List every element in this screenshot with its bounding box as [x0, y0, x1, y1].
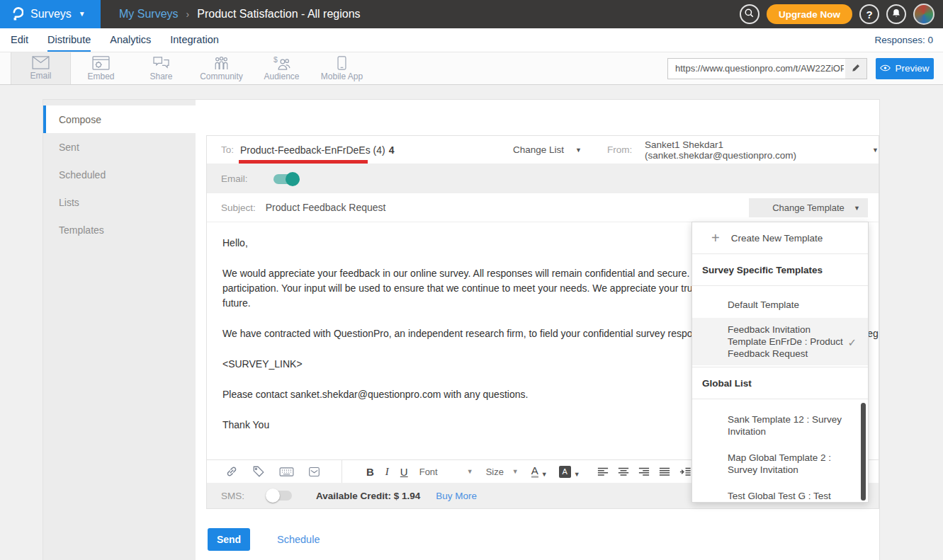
tab-audience[interactable]: $ Audience: [252, 52, 312, 84]
sidebar-item-compose[interactable]: Compose: [43, 105, 196, 133]
tab-mobile-app[interactable]: Mobile App: [312, 52, 372, 84]
subject-value[interactable]: Product Feedback Request: [266, 202, 386, 213]
highlight-color-button[interactable]: A ▼: [559, 466, 580, 478]
eye-icon: [880, 63, 891, 74]
schedule-link[interactable]: Schedule: [277, 534, 320, 545]
questionpro-logo-icon: [11, 4, 23, 24]
underline-button[interactable]: U: [400, 466, 408, 478]
svg-text:$: $: [273, 56, 278, 64]
sms-toggle[interactable]: [268, 491, 292, 501]
toggle-knob: [286, 172, 300, 186]
template-item-feedback-invitation[interactable]: Feedback Invitation Template EnFrDe : Pr…: [692, 318, 868, 365]
send-button[interactable]: Send: [208, 528, 250, 551]
subject-row: Subject: Product Feedback Request Change…: [207, 193, 879, 222]
top-header: Surveys ▼ My Surveys › Product Satisfact…: [0, 0, 943, 28]
create-new-template-item[interactable]: + Create New Template: [692, 222, 868, 254]
chevron-down-icon: ▼: [467, 468, 473, 475]
chevron-down-icon: ▼: [512, 468, 519, 475]
embed-icon: [92, 56, 110, 70]
check-icon: ✓: [847, 336, 857, 348]
sidebar-item-scheduled[interactable]: Scheduled: [43, 161, 196, 188]
link-icon[interactable]: [225, 465, 238, 478]
keyboard-icon[interactable]: [279, 467, 294, 477]
product-label: Surveys: [30, 8, 72, 21]
survey-url-input[interactable]: [668, 63, 845, 74]
buy-more-link[interactable]: Buy More: [436, 491, 477, 501]
plus-icon: +: [711, 231, 720, 245]
template-item-test-global[interactable]: Test Global Test G : Test RAA G: [692, 484, 868, 503]
change-template-dropdown: + Create New Template Survey Specific Te…: [691, 222, 869, 503]
email-icon: [32, 56, 50, 69]
surveys-product-menu[interactable]: Surveys ▼: [0, 0, 101, 28]
change-template-button[interactable]: Change Template ▼: [749, 198, 868, 217]
tab-embed[interactable]: Embed: [71, 52, 131, 84]
user-avatar[interactable]: [913, 4, 934, 25]
template-item-map-global-2[interactable]: Map Global Template 2 : Survey Invitatio…: [692, 446, 868, 481]
sms-toggle-label: SMS:: [221, 491, 244, 501]
preview-button[interactable]: Preview: [876, 58, 934, 79]
bold-button[interactable]: B: [366, 466, 374, 478]
justify-button[interactable]: [659, 467, 670, 476]
tab-analytics[interactable]: Analytics: [110, 28, 151, 52]
tab-email[interactable]: Email: [11, 52, 71, 84]
header-actions: Upgrade Now ?: [740, 4, 943, 25]
chevron-down-icon: ▼: [854, 205, 860, 212]
tab-distribute[interactable]: Distribute: [47, 28, 91, 52]
chevron-down-icon: ▼: [575, 147, 582, 154]
tag-icon[interactable]: [252, 465, 265, 478]
from-sender-dropdown[interactable]: Sanket1 Shekdar1 (sanket.shekdar@questio…: [645, 139, 879, 161]
tab-community[interactable]: Community: [191, 52, 252, 84]
inline-mail-icon[interactable]: [308, 466, 320, 478]
email-toggle[interactable]: [273, 174, 298, 184]
template-item-sank-12[interactable]: Sank Template 12 : Survey Invitation: [692, 408, 868, 443]
sidebar-item-templates[interactable]: Templates: [43, 216, 196, 244]
align-left-button[interactable]: [597, 467, 609, 476]
text-color-button[interactable]: A ▼: [531, 465, 548, 479]
responses-count: Responses: 0: [874, 35, 933, 45]
email-toggle-row: Email:: [207, 164, 879, 193]
breadcrumb: My Surveys › Product Satisfaction - All …: [119, 8, 361, 21]
question-mark-icon: ?: [866, 8, 872, 21]
survey-nav: Edit Distribute Analytics Integration Re…: [0, 28, 943, 52]
search-button[interactable]: [740, 4, 760, 24]
tab-share[interactable]: Share: [131, 52, 191, 84]
italic-button[interactable]: I: [385, 466, 389, 478]
edit-url-button[interactable]: [845, 59, 866, 79]
align-center-button[interactable]: [618, 467, 629, 476]
send-actions: Send Schedule: [208, 528, 320, 551]
app-root: Surveys ▼ My Surveys › Product Satisfact…: [0, 0, 943, 560]
sidebar-item-sent[interactable]: Sent: [43, 133, 196, 161]
to-list-value[interactable]: Product-Feedback-EnFrDeEs (4): [240, 144, 385, 156]
font-select[interactable]: Font ▼: [419, 467, 473, 477]
change-list-dropdown[interactable]: Change List ▼: [513, 144, 582, 155]
toolbar-divider: [341, 460, 342, 484]
breadcrumb-my-surveys[interactable]: My Surveys: [119, 8, 179, 21]
breadcrumb-separator: ›: [186, 8, 190, 20]
sidebar-item-lists[interactable]: Lists: [43, 188, 196, 216]
global-list-section: Global List Sank Template 12 : Survey In…: [692, 367, 868, 503]
bell-icon: [891, 8, 901, 21]
to-row: To: Product-Feedback-EnFrDeEs (4) 4 Chan…: [207, 136, 879, 164]
tab-integration[interactable]: Integration: [170, 28, 219, 52]
align-right-button[interactable]: [638, 467, 650, 476]
to-recipient-count: 4: [389, 144, 395, 156]
from-label: From:: [607, 144, 632, 155]
notifications-button[interactable]: [886, 4, 906, 24]
community-icon: [213, 56, 230, 70]
survey-specific-template-list: Default Template Feedback Invitation Tem…: [692, 286, 868, 365]
indent-button[interactable]: [679, 467, 691, 476]
survey-url-group: Preview: [667, 58, 943, 79]
size-select[interactable]: Size ▼: [486, 467, 519, 477]
chevron-down-icon: ▼: [79, 11, 86, 18]
distribute-toolbar: Email Embed Share Community $ Audience: [0, 52, 943, 85]
page-title: Product Satisfaction - All regions: [197, 8, 360, 21]
search-icon: [744, 8, 755, 21]
email-sidebar: Compose Sent Scheduled Lists Templates: [43, 100, 196, 560]
mobile-app-icon: [337, 56, 346, 70]
survey-specific-templates-header: Survey Specific Templates: [692, 254, 868, 286]
template-item-default[interactable]: Default Template: [692, 293, 868, 316]
tab-edit[interactable]: Edit: [11, 28, 28, 52]
help-button[interactable]: ?: [859, 4, 879, 24]
upgrade-now-button[interactable]: Upgrade Now: [767, 4, 852, 24]
dropdown-scrollbar[interactable]: [861, 403, 866, 501]
